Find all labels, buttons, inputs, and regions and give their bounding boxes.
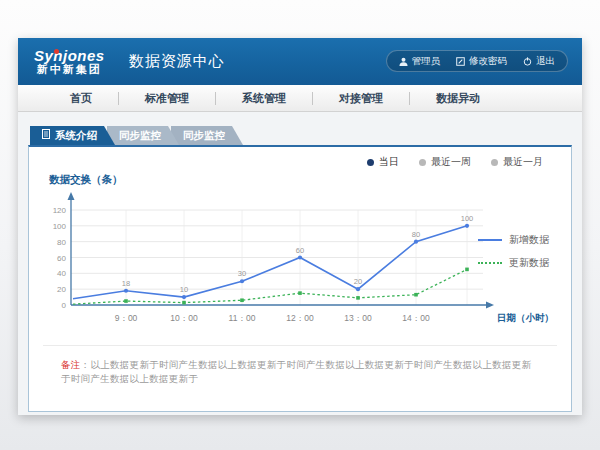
nav-item-interface-mgmt[interactable]: 对接管理 bbox=[313, 91, 409, 106]
power-icon bbox=[523, 57, 532, 66]
filter-last-month[interactable]: 最近一月 bbox=[491, 155, 543, 169]
tab-sync-monitor-2[interactable]: 同步监控 bbox=[171, 126, 243, 145]
nav-item-data-change[interactable]: 数据异动 bbox=[410, 91, 506, 106]
brand-logo: Synjones 新中新集团 bbox=[30, 48, 109, 75]
change-password-label: 修改密码 bbox=[469, 55, 507, 68]
svg-text:100: 100 bbox=[53, 222, 67, 231]
app-window: Synjones 新中新集团 数据资源中心 管理员 修改密码 退出 bbox=[18, 38, 582, 415]
legend-item-new-data: 新增数据 bbox=[478, 233, 549, 247]
document-icon bbox=[42, 126, 50, 145]
svg-text:20: 20 bbox=[57, 285, 66, 294]
filter-today[interactable]: 当日 bbox=[367, 155, 399, 169]
nav-item-standard-mgmt[interactable]: 标准管理 bbox=[119, 91, 215, 106]
svg-text:14：00: 14：00 bbox=[402, 313, 430, 323]
svg-text:12：00: 12：00 bbox=[286, 313, 314, 323]
legend-label: 新增数据 bbox=[509, 233, 549, 247]
logo-line1: Synjones bbox=[34, 48, 105, 64]
edit-icon bbox=[456, 57, 465, 66]
tab-label: 同步监控 bbox=[119, 126, 161, 145]
svg-text:10: 10 bbox=[180, 285, 188, 294]
svg-text:10：00: 10：00 bbox=[170, 313, 198, 323]
svg-text:80: 80 bbox=[57, 238, 66, 247]
tab-bar: 系统介绍 同步监控 同步监控 bbox=[30, 126, 235, 145]
nav-item-system-mgmt[interactable]: 系统管理 bbox=[216, 91, 312, 106]
logout-label: 退出 bbox=[536, 55, 555, 68]
content-area: 系统介绍 同步监控 同步监控 当日 最近一周 bbox=[18, 112, 582, 415]
header-user-toolbar: 管理员 修改密码 退出 bbox=[386, 50, 569, 72]
svg-text:20: 20 bbox=[354, 277, 362, 286]
svg-text:11：00: 11：00 bbox=[229, 313, 256, 323]
y-axis-title: 数据交换（条） bbox=[49, 173, 123, 187]
footnote: 备注：以上数据更新于时间产生数据以上数据更新于时间产生数据以上数据更新于时间产生… bbox=[43, 345, 557, 387]
legend-line-sample bbox=[478, 262, 502, 264]
radio-dot-icon bbox=[367, 159, 374, 166]
filter-label: 最近一周 bbox=[431, 155, 471, 169]
svg-text:9：00: 9：00 bbox=[115, 313, 138, 323]
svg-text:40: 40 bbox=[57, 269, 66, 278]
svg-text:80: 80 bbox=[412, 230, 420, 239]
change-password-button[interactable]: 修改密码 bbox=[456, 55, 507, 68]
radio-dot-icon bbox=[491, 159, 498, 166]
nav-item-home[interactable]: 首页 bbox=[44, 91, 118, 106]
logo-accent-dot bbox=[54, 49, 59, 54]
svg-text:0: 0 bbox=[62, 301, 67, 310]
svg-text:日期（小时）: 日期（小时） bbox=[497, 312, 554, 324]
tab-label: 系统介绍 bbox=[55, 126, 97, 145]
app-header: Synjones 新中新集团 数据资源中心 管理员 修改密码 退出 bbox=[18, 38, 582, 85]
svg-text:100: 100 bbox=[461, 214, 474, 223]
svg-text:60: 60 bbox=[57, 254, 66, 263]
svg-text:60: 60 bbox=[296, 246, 304, 255]
user-icon bbox=[399, 57, 408, 66]
svg-text:18: 18 bbox=[122, 279, 130, 288]
svg-text:120: 120 bbox=[53, 206, 67, 215]
user-label: 管理员 bbox=[412, 55, 441, 68]
tab-system-intro[interactable]: 系统介绍 bbox=[30, 126, 115, 145]
legend-line-sample bbox=[478, 239, 502, 241]
chart-panel: 当日 最近一周 最近一月 数据交换（条） 2040608010012009：00… bbox=[28, 145, 572, 412]
page-title: 数据资源中心 bbox=[129, 52, 225, 71]
tab-label: 同步监控 bbox=[183, 126, 225, 145]
footnote-text: ：以上数据更新于时间产生数据以上数据更新于时间产生数据以上数据更新于时间产生数据… bbox=[61, 359, 531, 384]
filter-label: 最近一月 bbox=[503, 155, 543, 169]
main-nav: 首页 标准管理 系统管理 对接管理 数据异动 bbox=[18, 85, 582, 112]
radio-dot-icon bbox=[419, 159, 426, 166]
logout-button[interactable]: 退出 bbox=[523, 55, 555, 68]
chart-legend: 新增数据 更新数据 bbox=[478, 233, 549, 270]
user-button[interactable]: 管理员 bbox=[399, 55, 441, 68]
filter-label: 当日 bbox=[379, 155, 399, 169]
tab-sync-monitor-1[interactable]: 同步监控 bbox=[107, 126, 179, 145]
legend-label: 更新数据 bbox=[509, 256, 549, 270]
footnote-prefix: 备注 bbox=[61, 359, 81, 370]
range-filter-group: 当日 最近一周 最近一月 bbox=[367, 155, 543, 169]
svg-text:13：00: 13：00 bbox=[344, 313, 372, 323]
svg-text:30: 30 bbox=[238, 269, 246, 278]
filter-last-week[interactable]: 最近一周 bbox=[419, 155, 471, 169]
logo-line2: 新中新集团 bbox=[34, 64, 105, 76]
legend-item-updated-data: 更新数据 bbox=[478, 256, 549, 270]
